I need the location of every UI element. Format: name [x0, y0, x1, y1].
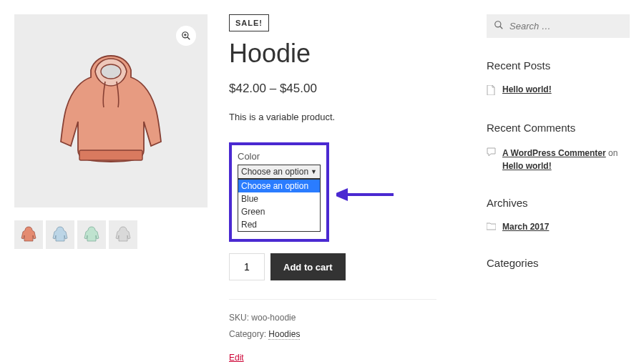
- recent-comment-text: A WordPress Commenter on Hello world!: [502, 147, 630, 172]
- svg-point-6: [495, 21, 501, 27]
- sku-label: SKU:: [229, 313, 251, 323]
- product-meta: SKU: woo-hoodie Category: Hoodies: [229, 299, 436, 343]
- document-icon: [487, 85, 497, 97]
- quantity-input[interactable]: [229, 253, 265, 280]
- archive-link[interactable]: March 2017: [502, 222, 549, 232]
- variation-highlight-box: Color Choose an option ▼ Choose an optio…: [229, 142, 329, 242]
- svg-rect-5: [79, 150, 142, 160]
- color-select[interactable]: Choose an option ▼: [238, 165, 321, 179]
- thumbnail-3[interactable]: [109, 220, 137, 249]
- widget-recent-posts: Recent Posts Hello world!: [487, 59, 630, 97]
- product-title: Hoodie: [229, 39, 436, 69]
- color-option-green[interactable]: Green: [238, 205, 320, 218]
- recent-comments-heading: Recent Comments: [487, 122, 630, 134]
- search-input[interactable]: [509, 21, 623, 31]
- recent-posts-heading: Recent Posts: [487, 59, 630, 72]
- widget-archives: Archives March 2017: [487, 197, 630, 233]
- color-option-red[interactable]: Red: [238, 218, 320, 231]
- color-option-placeholder[interactable]: Choose an option: [238, 180, 320, 192]
- svg-marker-9: [336, 190, 346, 199]
- thumbnail-2[interactable]: [77, 220, 106, 249]
- zoom-icon[interactable]: [176, 26, 196, 46]
- thumbnail-1[interactable]: [46, 220, 74, 249]
- recent-post-link[interactable]: Hello world!: [502, 84, 552, 94]
- comment-post-link[interactable]: Hello world!: [502, 161, 552, 171]
- folder-icon: [487, 222, 497, 233]
- search-icon: [494, 20, 504, 32]
- sku-value: woo-hoodie: [251, 313, 296, 323]
- category-label: Category:: [229, 329, 268, 339]
- widget-recent-comments: Recent Comments A WordPress Commenter on…: [487, 122, 630, 172]
- svg-line-1: [187, 37, 190, 40]
- comment-author-link[interactable]: A WordPress Commenter: [502, 148, 606, 158]
- archives-heading: Archives: [487, 197, 630, 209]
- svg-line-7: [500, 26, 503, 29]
- category-link[interactable]: Hoodies: [268, 329, 300, 340]
- comment-icon: [487, 147, 497, 159]
- annotation-arrow: [336, 187, 394, 202]
- widget-categories: Categories: [487, 257, 630, 269]
- product-price: $42.00 – $45.00: [229, 82, 436, 96]
- search-box[interactable]: [487, 14, 630, 38]
- chevron-down-icon: ▼: [311, 168, 317, 175]
- product-main-image: [14, 14, 208, 207]
- hoodie-illustration: [54, 50, 168, 172]
- color-select-dropdown: Choose an option Blue Green Red: [238, 179, 321, 232]
- thumbnail-0[interactable]: [14, 220, 43, 249]
- svg-point-4: [101, 64, 121, 79]
- categories-heading: Categories: [487, 257, 630, 269]
- product-description: This is a variable product.: [229, 112, 436, 122]
- color-select-value: Choose an option: [241, 167, 308, 177]
- variation-label: Color: [238, 151, 321, 162]
- sale-badge: SALE!: [229, 14, 269, 31]
- add-to-cart-button[interactable]: Add to cart: [270, 253, 346, 280]
- color-option-blue[interactable]: Blue: [238, 192, 320, 205]
- product-thumbnails: [14, 220, 208, 249]
- edit-link[interactable]: Edit: [229, 353, 244, 362]
